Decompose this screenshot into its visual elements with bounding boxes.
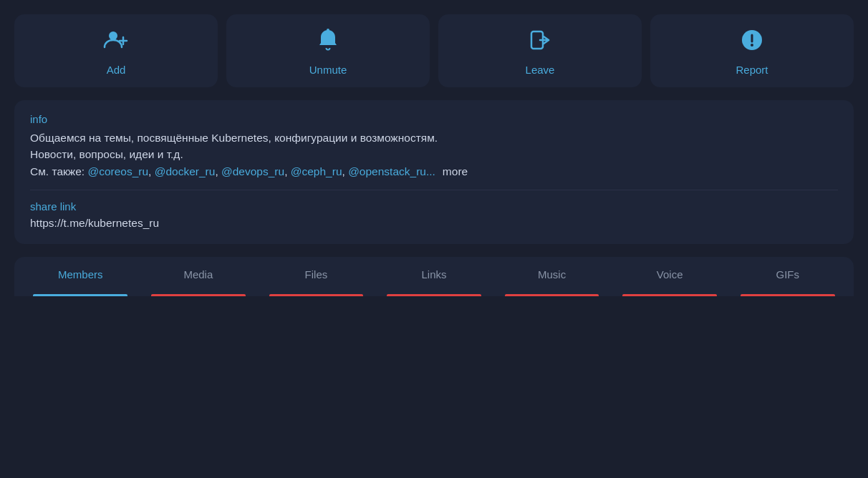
share-label: share link — [30, 200, 838, 213]
unmute-button[interactable]: Unmute — [226, 14, 430, 87]
bell-icon — [315, 27, 341, 57]
tab-media-underline — [151, 294, 246, 296]
tab-files-label: Files — [305, 268, 328, 288]
svg-point-3 — [327, 29, 329, 31]
mention-docker[interactable]: @docker_ru — [155, 165, 216, 177]
more-link[interactable]: more — [443, 165, 468, 177]
tab-music[interactable]: Music — [493, 257, 611, 296]
mention-ceph[interactable]: @ceph_ru — [291, 165, 342, 177]
add-user-icon — [103, 27, 129, 57]
info-line3-prefix: См. также: — [30, 165, 87, 177]
report-button-label: Report — [736, 64, 768, 76]
card-divider — [30, 190, 838, 190]
tab-members-underline — [33, 294, 127, 296]
tab-media[interactable]: Media — [140, 257, 258, 296]
tab-links-label: Links — [422, 268, 447, 288]
mention-openstack[interactable]: @openstack_ru... — [348, 165, 435, 177]
leave-button-label: Leave — [526, 64, 555, 76]
unmute-button-label: Unmute — [309, 64, 347, 76]
tab-links[interactable]: Links — [375, 257, 493, 296]
action-buttons-row: Add Unmute Leave — [14, 14, 854, 87]
add-button-label: Add — [107, 64, 126, 76]
tab-voice-label: Voice — [657, 268, 683, 288]
leave-button[interactable]: Leave — [438, 14, 642, 87]
info-section: info Общаемся на темы, посвящённые Kuber… — [30, 113, 838, 180]
report-button[interactable]: Report — [650, 14, 854, 87]
tab-members-label: Members — [58, 268, 103, 288]
add-button[interactable]: Add — [14, 14, 218, 87]
mention-devops[interactable]: @devops_ru — [221, 165, 284, 177]
info-text-block: Общаемся на темы, посвящённые Kubernetes… — [30, 130, 838, 180]
tab-music-underline — [505, 294, 599, 296]
page-container: Add Unmute Leave — [0, 0, 868, 478]
tab-gifs-label: GIFs — [776, 268, 800, 288]
info-card: info Общаемся на темы, посвящённые Kuber… — [14, 100, 854, 244]
share-section: share link https://t.me/kubernetes_ru — [30, 200, 838, 230]
mention-coreos[interactable]: @coreos_ru — [87, 165, 148, 177]
tab-voice-underline — [622, 294, 717, 296]
report-icon — [739, 27, 765, 57]
share-url[interactable]: https://t.me/kubernetes_ru — [30, 217, 838, 230]
tab-members[interactable]: Members — [21, 257, 140, 296]
tab-voice[interactable]: Voice — [611, 257, 729, 296]
tabs-bar: Members Media Files Links Music Voice GI… — [14, 257, 854, 296]
tab-files-underline — [269, 294, 364, 296]
info-label: info — [30, 113, 838, 125]
leave-icon — [527, 27, 553, 57]
svg-point-8 — [751, 44, 753, 47]
tab-gifs-underline — [741, 294, 835, 296]
tab-gifs[interactable]: GIFs — [728, 257, 847, 296]
tab-files[interactable]: Files — [257, 257, 375, 296]
info-line1: Общаемся на темы, посвящённые Kubernetes… — [30, 132, 438, 144]
tab-links-underline — [387, 294, 481, 296]
info-line2: Новости, вопросы, идеи и т.д. — [30, 148, 183, 160]
tab-music-label: Music — [538, 268, 566, 288]
tab-media-label: Media — [183, 268, 213, 288]
svg-point-0 — [109, 31, 117, 40]
